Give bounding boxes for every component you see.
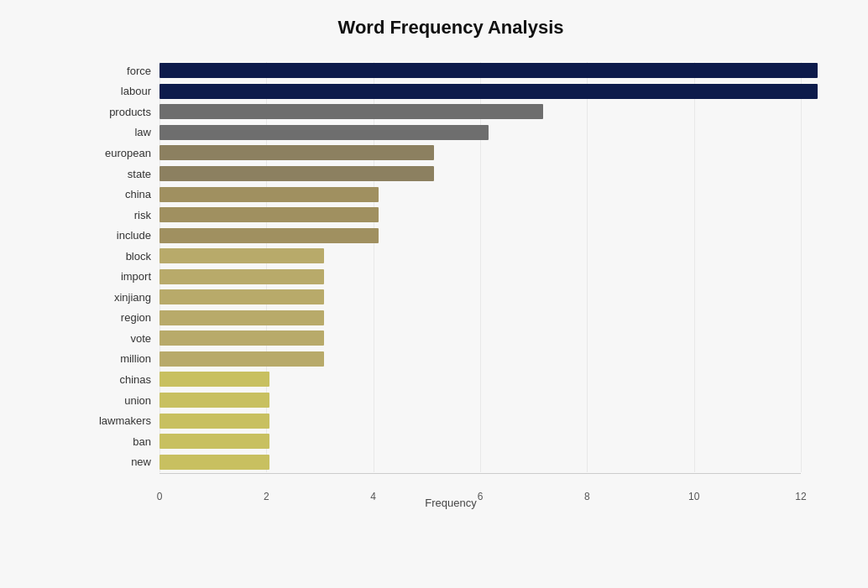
bar-label: include: [84, 229, 159, 242]
bar-track: [159, 414, 818, 429]
bar-label: million: [84, 352, 159, 365]
bar-row: million: [84, 350, 818, 369]
bar-row: lawmakers: [84, 411, 818, 430]
bar-row: products: [84, 102, 818, 122]
bar-fill: [159, 455, 269, 470]
bar-fill: [159, 125, 489, 140]
bar-fill: [159, 330, 324, 346]
bar-fill: [159, 166, 434, 181]
x-axis-label: Frequency: [84, 497, 818, 509]
bar-fill: [159, 372, 269, 387]
bar-row: xinjiang: [84, 288, 818, 307]
bar-row: labour: [84, 82, 818, 101]
bar-track: [159, 310, 818, 325]
bar-fill: [159, 289, 324, 304]
bar-track: [159, 228, 818, 243]
bar-row: region: [84, 309, 818, 328]
bar-label: xinjiang: [84, 291, 159, 304]
bar-fill: [159, 414, 269, 429]
bar-row: china: [84, 185, 818, 204]
bar-track: [159, 104, 818, 119]
bar-row: european: [84, 143, 818, 163]
bar-label: chinas: [84, 373, 159, 386]
bar-track: [159, 145, 818, 160]
bar-track: [159, 125, 818, 140]
bar-fill: [159, 187, 379, 202]
bar-row: union: [84, 391, 818, 410]
bar-row: chinas: [84, 370, 818, 389]
bar-row: risk: [84, 206, 818, 225]
bar-fill: [159, 84, 818, 99]
bar-row: block: [84, 247, 818, 266]
bar-row: include: [84, 226, 818, 245]
bar-row: force: [84, 61, 818, 81]
bar-fill: [159, 248, 324, 263]
bar-row: new: [84, 452, 818, 471]
bar-label: china: [84, 188, 159, 200]
bar-label: region: [84, 311, 159, 324]
bar-label: ban: [84, 435, 159, 448]
bar-track: [159, 248, 818, 263]
bar-fill: [159, 228, 379, 243]
bar-track: [159, 289, 818, 304]
bar-track: [159, 63, 818, 78]
bar-label: labour: [84, 85, 159, 97]
x-axis-line: [159, 473, 801, 474]
bar-row: vote: [84, 329, 818, 348]
bar-row: state: [84, 164, 818, 184]
chart-container: Word Frequency Analysis forcelabourprodu…: [0, 0, 868, 588]
bar-fill: [159, 393, 269, 408]
bar-track: [159, 455, 818, 470]
bar-label: vote: [84, 332, 159, 345]
chart-title: Word Frequency Analysis: [84, 17, 818, 39]
bar-label: products: [84, 106, 159, 118]
bar-fill: [159, 104, 543, 119]
bar-track: [159, 330, 818, 346]
bar-track: [159, 372, 818, 387]
bar-fill: [159, 310, 324, 325]
bar-fill: [159, 269, 324, 284]
bars-area: forcelabourproductslaweuropeanstatechina…: [84, 60, 818, 472]
bar-label: union: [84, 394, 159, 407]
bar-label: law: [84, 126, 159, 138]
bar-track: [159, 166, 818, 181]
bar-fill: [159, 145, 434, 160]
bar-track: [159, 187, 818, 202]
bar-fill: [159, 63, 818, 78]
bar-track: [159, 84, 818, 99]
bar-row: ban: [84, 432, 818, 451]
bar-track: [159, 269, 818, 284]
bar-fill: [159, 434, 269, 449]
bar-fill: [159, 351, 324, 367]
bar-label: state: [84, 168, 159, 180]
bar-label: risk: [84, 209, 159, 221]
bar-label: import: [84, 270, 159, 283]
bar-row: law: [84, 123, 818, 143]
bar-track: [159, 434, 818, 449]
bar-label: new: [84, 455, 159, 468]
bar-label: block: [84, 250, 159, 263]
bar-fill: [159, 207, 379, 222]
bar-track: [159, 207, 818, 222]
bar-track: [159, 393, 818, 408]
bar-track: [159, 351, 818, 367]
bar-label: european: [84, 147, 159, 159]
bar-row: import: [84, 267, 818, 286]
bar-label: force: [84, 65, 159, 77]
bar-label: lawmakers: [84, 414, 159, 427]
